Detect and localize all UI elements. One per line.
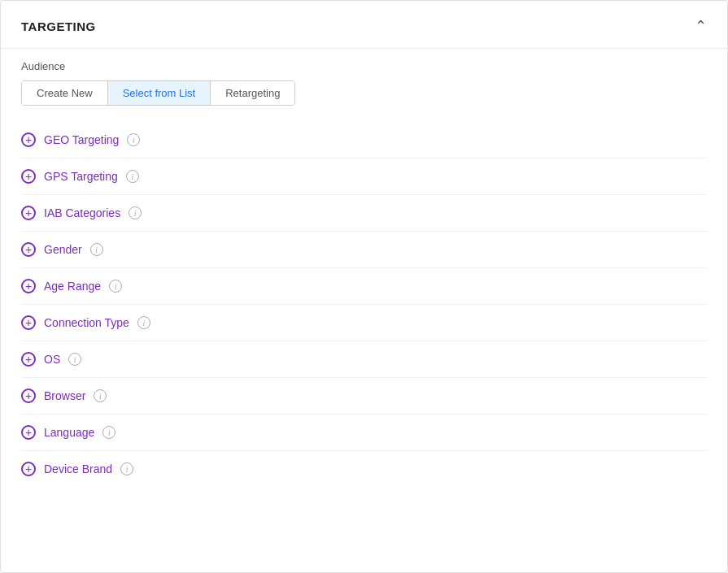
iab-categories-label[interactable]: IAB Categories bbox=[44, 206, 120, 219]
gps-targeting-info-icon[interactable]: i bbox=[126, 170, 139, 183]
tab-select-from-list[interactable]: Select from List bbox=[108, 81, 211, 105]
language-label[interactable]: Language bbox=[44, 426, 94, 439]
gps-targeting-label[interactable]: GPS Targeting bbox=[44, 170, 118, 183]
connection-type-label[interactable]: Connection Type bbox=[44, 316, 129, 329]
targeting-list: + GEO Targeting i + GPS Targeting i + IA… bbox=[21, 122, 707, 487]
os-info-icon[interactable]: i bbox=[68, 353, 81, 366]
add-os-icon[interactable]: + bbox=[21, 352, 36, 367]
add-device-brand-icon[interactable]: + bbox=[21, 462, 36, 476]
list-item: + GEO Targeting i bbox=[21, 122, 707, 158]
browser-info-icon[interactable]: i bbox=[94, 389, 107, 402]
list-item: + Browser i bbox=[21, 378, 707, 415]
gender-info-icon[interactable]: i bbox=[90, 243, 103, 256]
add-geo-targeting-icon[interactable]: + bbox=[21, 132, 36, 147]
age-range-info-icon[interactable]: i bbox=[109, 280, 122, 293]
add-gender-icon[interactable]: + bbox=[21, 242, 36, 257]
add-browser-icon[interactable]: + bbox=[21, 389, 36, 403]
device-brand-info-icon[interactable]: i bbox=[120, 462, 133, 475]
collapse-icon[interactable]: ⌃ bbox=[695, 17, 707, 35]
add-age-range-icon[interactable]: + bbox=[21, 279, 36, 293]
audience-label: Audience bbox=[21, 60, 707, 72]
list-item: + Age Range i bbox=[21, 268, 707, 305]
browser-label[interactable]: Browser bbox=[44, 389, 85, 402]
list-item: + Device Brand i bbox=[21, 451, 707, 487]
tab-create-new[interactable]: Create New bbox=[22, 81, 108, 105]
list-item: + Gender i bbox=[21, 232, 707, 268]
add-connection-type-icon[interactable]: + bbox=[21, 315, 36, 330]
list-item: + Language i bbox=[21, 415, 707, 451]
list-item: + IAB Categories i bbox=[21, 195, 707, 232]
add-iab-categories-icon[interactable]: + bbox=[21, 206, 36, 220]
list-item: + OS i bbox=[21, 341, 707, 378]
add-gps-targeting-icon[interactable]: + bbox=[21, 169, 36, 184]
age-range-label[interactable]: Age Range bbox=[44, 280, 101, 293]
panel-header: TARGETING ⌃ bbox=[21, 17, 707, 35]
geo-targeting-label[interactable]: GEO Targeting bbox=[44, 133, 119, 146]
os-label[interactable]: OS bbox=[44, 353, 60, 366]
geo-targeting-info-icon[interactable]: i bbox=[127, 133, 140, 146]
header-divider bbox=[1, 48, 727, 49]
iab-categories-info-icon[interactable]: i bbox=[129, 206, 142, 219]
connection-type-info-icon[interactable]: i bbox=[137, 316, 150, 329]
list-item: + GPS Targeting i bbox=[21, 158, 707, 195]
audience-tab-group: Create New Select from List Retargeting bbox=[21, 80, 295, 106]
device-brand-label[interactable]: Device Brand bbox=[44, 462, 112, 475]
list-item: + Connection Type i bbox=[21, 305, 707, 341]
panel-title: TARGETING bbox=[21, 20, 96, 33]
targeting-panel: TARGETING ⌃ Audience Create New Select f… bbox=[0, 0, 728, 573]
add-language-icon[interactable]: + bbox=[21, 425, 36, 440]
gender-label[interactable]: Gender bbox=[44, 243, 82, 256]
language-info-icon[interactable]: i bbox=[102, 426, 116, 439]
tab-retargeting[interactable]: Retargeting bbox=[211, 81, 294, 105]
